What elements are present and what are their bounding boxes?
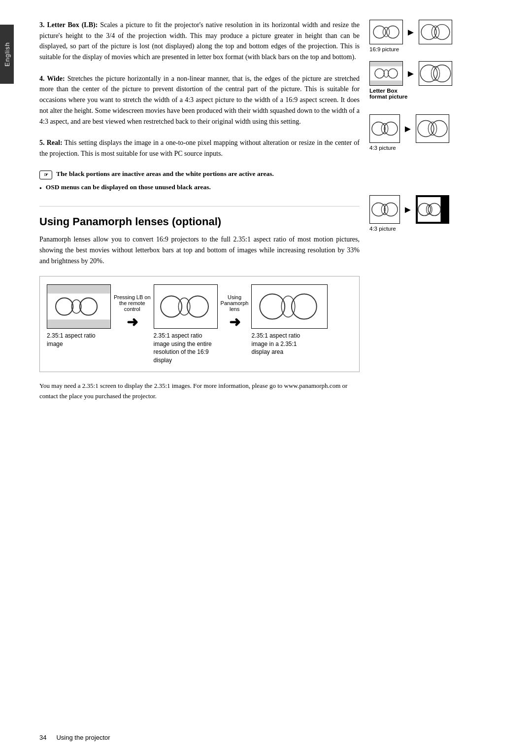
item-4-text: 4. Wide: Stretches the picture horizonta… — [39, 73, 360, 127]
diag3-output — [416, 114, 449, 143]
notes-section: ☞ The black portions are inactive areas … — [39, 170, 360, 192]
diagram-2-row: ► — [369, 61, 483, 86]
diag4-arrow: ► — [403, 204, 413, 215]
item-5: 5. Real: This setting displays the image… — [39, 137, 360, 159]
diagrams-col: ► 16:9 picture — [369, 20, 483, 402]
pan-box-2 — [154, 284, 218, 329]
diag1-input — [369, 20, 403, 44]
svg-rect-1 — [47, 285, 110, 294]
section-heading: Using Panamorph lenses (optional) — [39, 206, 360, 228]
pan-item-1: 2.35:1 aspect ratio image — [47, 284, 111, 348]
pan-item-2: 2.35:1 aspect ratio image using the enti… — [154, 284, 218, 365]
note-1-text: The black portions are inactive areas an… — [56, 170, 274, 178]
pan-arrow-big-2: ➜ — [229, 314, 240, 330]
pan-caption-1: 2.35:1 aspect ratio image — [47, 332, 111, 348]
diag3-label: 4:3 picture — [369, 145, 483, 151]
section-intro: Panamorph lenses allow you to convert 16… — [39, 234, 360, 267]
diagram-3-row: ► — [369, 114, 483, 143]
diagram-1: ► 16:9 picture — [369, 20, 483, 52]
pan-caption-3: 2.35:1 aspect ratio image in a 2.35:1 di… — [251, 332, 315, 356]
svg-rect-40 — [370, 196, 399, 223]
pan-svg-2 — [154, 285, 217, 328]
main-text: 3. Letter Box (LB): Scales a picture to … — [39, 20, 360, 402]
item-4: 4. Wide: Stretches the picture horizonta… — [39, 73, 360, 127]
svg-rect-6 — [154, 285, 217, 328]
panamorph-inner: 2.35:1 aspect ratio image Pressing LB on… — [47, 284, 352, 365]
page-number: 34 — [39, 734, 46, 741]
pan-box-1 — [47, 284, 111, 329]
diag1-label: 16:9 picture — [369, 46, 483, 52]
note-icon: ☞ — [39, 171, 52, 179]
svg-rect-18 — [419, 20, 451, 44]
svg-rect-2 — [47, 319, 110, 328]
diag4-input — [369, 195, 400, 224]
item-3: 3. Letter Box (LB): Scales a picture to … — [39, 20, 360, 63]
pan-svg-3 — [252, 285, 327, 328]
diagram-4: ► 4:3 picture — [369, 195, 483, 232]
svg-rect-23 — [370, 62, 402, 67]
footer-text: You may need a 2.35:1 screen to display … — [39, 381, 360, 402]
sidebar-label: English — [0, 25, 14, 84]
pan-box-3 — [251, 284, 328, 329]
diagram-3: ► 4:3 picture — [369, 114, 483, 151]
pan-arrow-label-1: Pressing LB on the remote control — [114, 294, 151, 312]
pan-caption-2: 2.35:1 aspect ratio image using the enti… — [154, 332, 218, 365]
svg-rect-14 — [370, 20, 402, 44]
diag1-arrow: ► — [406, 27, 416, 38]
pan-arrow-1: Pressing LB on the remote control ➜ — [111, 294, 154, 330]
diag3-input — [369, 114, 400, 143]
diag1-output — [419, 20, 452, 44]
diag2-output — [419, 61, 452, 86]
svg-rect-28 — [419, 62, 451, 85]
diagram-2: ► Letter Boxformat picture — [369, 61, 483, 100]
pan-arrow-2: Using Panamorph lens ➜ — [218, 294, 252, 330]
diag4-output — [416, 195, 449, 224]
content-area: 3. Letter Box (LB): Scales a picture to … — [39, 20, 502, 402]
pan-arrow-label-2: Using Panamorph lens — [221, 294, 249, 312]
pan-item-3: 2.35:1 aspect ratio image in a 2.35:1 di… — [251, 284, 328, 356]
bullet-dot: • — [39, 184, 42, 192]
diagram-1-row: ► — [369, 20, 483, 44]
item-3-text: 3. Letter Box (LB): Scales a picture to … — [39, 20, 360, 63]
svg-rect-10 — [252, 285, 327, 328]
svg-rect-24 — [370, 80, 402, 85]
item-5-text: 5. Real: This setting displays the image… — [39, 137, 360, 159]
svg-rect-32 — [370, 115, 399, 142]
note-2-text: OSD menus can be displayed on those unus… — [46, 183, 211, 191]
svg-rect-45 — [418, 197, 440, 222]
footer-section-label: Using the projector — [56, 734, 110, 741]
diag2-label: Letter Boxformat picture — [369, 88, 483, 100]
pan-svg-1 — [47, 285, 110, 328]
diag4-label: 4:3 picture — [369, 226, 483, 232]
pan-arrow-big-1: ➜ — [127, 314, 138, 330]
diag3-arrow: ► — [403, 123, 413, 135]
note-2: • OSD menus can be displayed on those un… — [39, 183, 360, 192]
diagram-4-row: ► — [369, 195, 483, 224]
page-footer: 34 Using the projector — [39, 734, 502, 741]
panamorph-box: 2.35:1 aspect ratio image Pressing LB on… — [39, 276, 360, 372]
diag2-arrow: ► — [406, 68, 416, 79]
diag2-input — [369, 61, 403, 86]
note-1: ☞ The black portions are inactive areas … — [39, 170, 360, 179]
page: English 3. Letter Box (LB): Scales a pic… — [0, 0, 532, 756]
svg-rect-36 — [416, 115, 449, 142]
